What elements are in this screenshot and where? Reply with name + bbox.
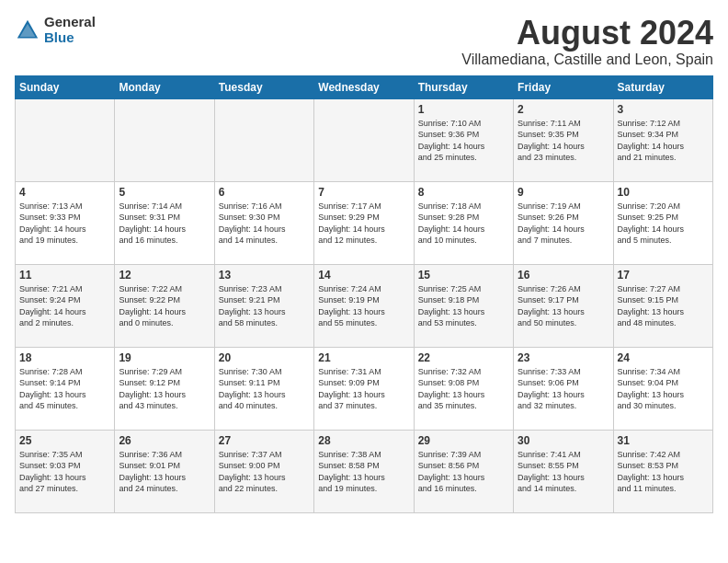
day-number: 18 [19,351,110,364]
day-info: Sunrise: 7:38 AM Sunset: 8:58 PM Dayligh… [318,449,409,495]
calendar-cell: 9Sunrise: 7:19 AM Sunset: 9:26 PM Daylig… [514,181,613,264]
day-number: 12 [119,269,210,282]
calendar-cell: 17Sunrise: 7:27 AM Sunset: 9:15 PM Dayli… [613,264,712,347]
calendar-cell: 22Sunrise: 7:32 AM Sunset: 9:08 PM Dayli… [414,347,513,430]
day-number: 3 [618,103,709,116]
calendar-cell: 23Sunrise: 7:33 AM Sunset: 9:06 PM Dayli… [514,347,613,430]
calendar-table: SundayMondayTuesdayWednesdayThursdayFrid… [15,75,713,513]
logo-blue: Blue [44,30,96,46]
day-number: 13 [219,269,310,282]
calendar-cell: 11Sunrise: 7:21 AM Sunset: 9:24 PM Dayli… [16,264,115,347]
day-info: Sunrise: 7:31 AM Sunset: 9:09 PM Dayligh… [318,366,409,412]
day-number: 7 [318,186,409,199]
day-number: 8 [418,186,509,199]
day-number: 19 [119,351,210,364]
day-number: 6 [219,186,310,199]
logo-text: General Blue [44,15,96,45]
calendar-cell [115,98,214,181]
day-number: 21 [318,351,409,364]
day-info: Sunrise: 7:13 AM Sunset: 9:33 PM Dayligh… [19,201,110,247]
day-info: Sunrise: 7:37 AM Sunset: 9:00 PM Dayligh… [219,449,310,495]
day-number: 17 [618,269,709,282]
day-info: Sunrise: 7:24 AM Sunset: 9:19 PM Dayligh… [318,283,409,329]
day-info: Sunrise: 7:22 AM Sunset: 9:22 PM Dayligh… [119,283,210,329]
day-info: Sunrise: 7:19 AM Sunset: 9:26 PM Dayligh… [518,201,609,247]
day-info: Sunrise: 7:34 AM Sunset: 9:04 PM Dayligh… [618,366,709,412]
calendar-cell: 31Sunrise: 7:42 AM Sunset: 8:53 PM Dayli… [613,430,712,512]
month-year-title: August 2024 [461,15,713,52]
day-info: Sunrise: 7:16 AM Sunset: 9:30 PM Dayligh… [219,201,310,247]
day-number: 27 [219,434,310,447]
day-number: 2 [518,103,609,116]
day-info: Sunrise: 7:12 AM Sunset: 9:34 PM Dayligh… [618,118,709,164]
calendar-cell [16,98,115,181]
calendar-cell: 16Sunrise: 7:26 AM Sunset: 9:17 PM Dayli… [514,264,613,347]
day-number: 24 [618,351,709,364]
day-info: Sunrise: 7:27 AM Sunset: 9:15 PM Dayligh… [618,283,709,329]
calendar-week-3: 11Sunrise: 7:21 AM Sunset: 9:24 PM Dayli… [16,264,713,347]
calendar-cell: 28Sunrise: 7:38 AM Sunset: 8:58 PM Dayli… [314,430,414,512]
calendar-cell: 10Sunrise: 7:20 AM Sunset: 9:25 PM Dayli… [613,181,712,264]
day-number: 11 [19,269,110,282]
header-cell-sunday: Sunday [16,75,115,98]
header-cell-tuesday: Tuesday [214,75,313,98]
calendar-body: 1Sunrise: 7:10 AM Sunset: 9:36 PM Daylig… [16,98,713,512]
day-info: Sunrise: 7:23 AM Sunset: 9:21 PM Dayligh… [219,283,310,329]
day-info: Sunrise: 7:20 AM Sunset: 9:25 PM Dayligh… [618,201,709,247]
title-block: August 2024 Villamediana, Castille and L… [461,15,713,68]
day-number: 1 [418,103,509,116]
day-info: Sunrise: 7:14 AM Sunset: 9:31 PM Dayligh… [119,201,210,247]
calendar-week-2: 4Sunrise: 7:13 AM Sunset: 9:33 PM Daylig… [16,181,713,264]
day-number: 9 [518,186,609,199]
calendar-week-1: 1Sunrise: 7:10 AM Sunset: 9:36 PM Daylig… [16,98,713,181]
day-info: Sunrise: 7:36 AM Sunset: 9:01 PM Dayligh… [119,449,210,495]
calendar-cell: 15Sunrise: 7:25 AM Sunset: 9:18 PM Dayli… [414,264,513,347]
day-info: Sunrise: 7:18 AM Sunset: 9:28 PM Dayligh… [418,201,509,247]
day-number: 29 [418,434,509,447]
location-subtitle: Villamediana, Castille and Leon, Spain [461,52,713,68]
day-number: 14 [318,269,409,282]
day-info: Sunrise: 7:29 AM Sunset: 9:12 PM Dayligh… [119,366,210,412]
calendar-week-5: 25Sunrise: 7:35 AM Sunset: 9:03 PM Dayli… [16,430,713,512]
calendar-cell: 4Sunrise: 7:13 AM Sunset: 9:33 PM Daylig… [16,181,115,264]
day-number: 20 [219,351,310,364]
day-number: 10 [618,186,709,199]
day-info: Sunrise: 7:32 AM Sunset: 9:08 PM Dayligh… [418,366,509,412]
calendar-cell: 12Sunrise: 7:22 AM Sunset: 9:22 PM Dayli… [115,264,214,347]
calendar-cell: 3Sunrise: 7:12 AM Sunset: 9:34 PM Daylig… [613,98,712,181]
calendar-cell: 19Sunrise: 7:29 AM Sunset: 9:12 PM Dayli… [115,347,214,430]
day-info: Sunrise: 7:39 AM Sunset: 8:56 PM Dayligh… [418,449,509,495]
day-info: Sunrise: 7:26 AM Sunset: 9:17 PM Dayligh… [518,283,609,329]
header-cell-wednesday: Wednesday [314,75,414,98]
calendar-cell: 1Sunrise: 7:10 AM Sunset: 9:36 PM Daylig… [414,98,513,181]
day-number: 30 [518,434,609,447]
day-info: Sunrise: 7:35 AM Sunset: 9:03 PM Dayligh… [19,449,110,495]
day-number: 31 [618,434,709,447]
day-info: Sunrise: 7:17 AM Sunset: 9:29 PM Dayligh… [318,201,409,247]
calendar-cell: 8Sunrise: 7:18 AM Sunset: 9:28 PM Daylig… [414,181,513,264]
day-number: 16 [518,269,609,282]
day-info: Sunrise: 7:11 AM Sunset: 9:35 PM Dayligh… [518,118,609,164]
day-info: Sunrise: 7:21 AM Sunset: 9:24 PM Dayligh… [19,283,110,329]
day-number: 23 [518,351,609,364]
calendar-cell: 27Sunrise: 7:37 AM Sunset: 9:00 PM Dayli… [214,430,313,512]
calendar-cell: 14Sunrise: 7:24 AM Sunset: 9:19 PM Dayli… [314,264,414,347]
header-row: SundayMondayTuesdayWednesdayThursdayFrid… [16,75,713,98]
header-cell-saturday: Saturday [613,75,712,98]
calendar-cell: 26Sunrise: 7:36 AM Sunset: 9:01 PM Dayli… [115,430,214,512]
day-number: 26 [119,434,210,447]
day-info: Sunrise: 7:41 AM Sunset: 8:55 PM Dayligh… [518,449,609,495]
header-cell-friday: Friday [514,75,613,98]
day-info: Sunrise: 7:10 AM Sunset: 9:36 PM Dayligh… [418,118,509,164]
day-number: 15 [418,269,509,282]
calendar-cell: 6Sunrise: 7:16 AM Sunset: 9:30 PM Daylig… [214,181,313,264]
day-number: 4 [19,186,110,199]
day-number: 25 [19,434,110,447]
day-number: 22 [418,351,509,364]
page-header: General Blue August 2024 Villamediana, C… [15,15,713,68]
calendar-cell: 5Sunrise: 7:14 AM Sunset: 9:31 PM Daylig… [115,181,214,264]
day-info: Sunrise: 7:42 AM Sunset: 8:53 PM Dayligh… [618,449,709,495]
day-number: 28 [318,434,409,447]
calendar-cell: 2Sunrise: 7:11 AM Sunset: 9:35 PM Daylig… [514,98,613,181]
calendar-cell: 20Sunrise: 7:30 AM Sunset: 9:11 PM Dayli… [214,347,313,430]
